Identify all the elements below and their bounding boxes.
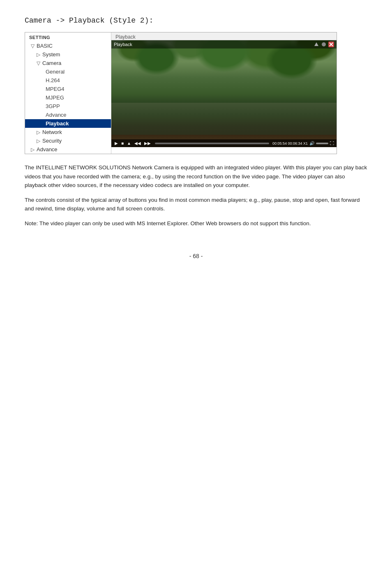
sidebar-item-security[interactable]: ▷ Security	[25, 136, 111, 145]
volume-icon[interactable]: 🔊	[309, 141, 314, 145]
sidebar-item-basic[interactable]: ▽ BASIC	[25, 42, 111, 50]
triangle-icon	[314, 42, 319, 47]
sidebar-header: SETTING	[25, 32, 111, 42]
main-content: Playback Playback	[111, 32, 337, 154]
text-section: The INTELLINET NETWORK SOLUTIONS Network…	[25, 163, 367, 228]
svg-point-1	[322, 42, 326, 46]
note: Note: The video player can only be used …	[25, 219, 367, 228]
sidebar-item-system[interactable]: ▷ System	[25, 50, 111, 59]
sidebar-network-label: Network	[42, 129, 62, 135]
forward-button[interactable]: ▶▶	[143, 141, 152, 146]
stop-button[interactable]: ■	[120, 141, 125, 146]
video-header-label: Playback	[114, 42, 132, 47]
video-water	[111, 103, 337, 135]
security-arrow-icon: ▷	[37, 138, 40, 144]
sidebar-security-label: Security	[42, 138, 62, 144]
ui-container: SETTING ▽ BASIC ▷ System ▽ Camera Genera…	[25, 32, 337, 154]
sidebar-item-mjpeg[interactable]: MJPEG	[25, 93, 111, 102]
advance-arrow-icon: ▷	[31, 147, 35, 152]
paragraph2: The controls consist of the typical arra…	[25, 196, 367, 213]
system-arrow-icon: ▷	[37, 52, 40, 58]
sidebar: SETTING ▽ BASIC ▷ System ▽ Camera Genera…	[25, 32, 111, 154]
sidebar-basic-label: BASIC	[37, 43, 53, 49]
rewind-button[interactable]: ◀◀	[134, 141, 142, 146]
video-area: Playback	[111, 40, 337, 147]
sidebar-item-3gpp[interactable]: 3GPP	[25, 102, 111, 111]
paragraph1: The INTELLINET NETWORK SOLUTIONS Network…	[25, 163, 367, 190]
play-button[interactable]: ▶	[114, 141, 119, 146]
content-tab-bar: Playback	[111, 32, 337, 40]
video-header-icons	[314, 42, 334, 47]
video-controls: ▶ ■ ▲ ◀◀ ▶▶ 00:05:54 00:06:34 X1 🔊 ⛶	[111, 139, 337, 147]
sidebar-mpeg4-label: MPEG4	[46, 86, 65, 92]
sidebar-3gpp-label: 3GPP	[46, 103, 60, 109]
camera-arrow-icon: ▽	[37, 60, 40, 66]
fullscreen-button[interactable]: ⛶	[330, 141, 334, 145]
svg-marker-0	[314, 42, 318, 46]
sidebar-item-playback[interactable]: Playback	[25, 119, 111, 128]
sidebar-mjpeg-label: MJPEG	[46, 95, 64, 101]
sidebar-item-mpeg4[interactable]: MPEG4	[25, 85, 111, 93]
sidebar-advance-top-label: Advance	[37, 146, 58, 152]
sidebar-playback-label: Playback	[46, 120, 69, 127]
sidebar-item-advance-top[interactable]: ▷ Advance	[25, 145, 111, 154]
sidebar-advance-camera-label: Advance	[46, 112, 67, 118]
video-foliage	[111, 40, 337, 99]
sidebar-item-camera[interactable]: ▽ Camera	[25, 59, 111, 67]
close-icon[interactable]	[328, 42, 334, 47]
sidebar-item-advance-camera[interactable]: Advance	[25, 111, 111, 119]
circle-icon	[321, 42, 327, 47]
sidebar-system-label: System	[42, 51, 60, 58]
eject-button[interactable]: ▲	[126, 141, 132, 146]
video-scene	[111, 40, 337, 147]
basic-arrow-icon: ▽	[31, 43, 35, 49]
page-number: - 68 -	[25, 253, 367, 259]
sidebar-general-label: General	[46, 69, 65, 75]
sidebar-item-network[interactable]: ▷ Network	[25, 128, 111, 136]
volume-bar[interactable]	[316, 143, 328, 144]
sidebar-item-general[interactable]: General	[25, 67, 111, 76]
time-display: 00:05:54 00:06:34 X1	[272, 141, 308, 145]
video-header: Playback	[111, 40, 337, 48]
sidebar-h264-label: H.264	[46, 77, 60, 83]
sidebar-item-h264[interactable]: H.264	[25, 76, 111, 85]
page-title: Camera -> Playback (Style 2):	[25, 16, 367, 25]
sidebar-camera-label: Camera	[42, 60, 61, 66]
tab-label[interactable]: Playback	[115, 34, 136, 40]
progress-bar[interactable]	[155, 143, 269, 144]
network-arrow-icon: ▷	[37, 129, 40, 135]
